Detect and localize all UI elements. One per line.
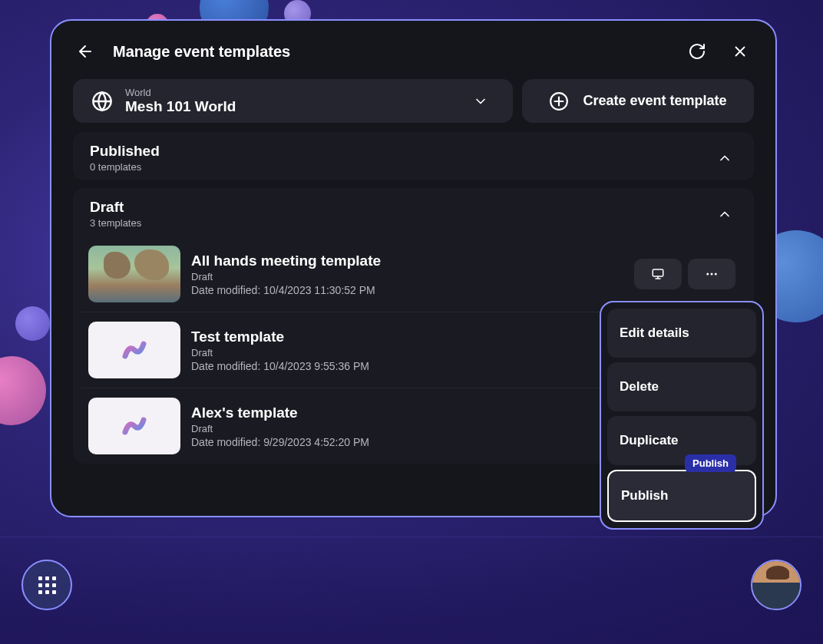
waffle-icon xyxy=(38,576,56,594)
published-section: Published 0 templates xyxy=(73,132,754,180)
manage-templates-modal: Manage event templates World Mesh 101 Wo… xyxy=(50,19,777,517)
plus-circle-icon xyxy=(549,91,569,111)
template-thumbnail xyxy=(88,322,180,378)
modal-title: Manage event templates xyxy=(113,43,686,61)
published-count: 0 templates xyxy=(90,161,717,173)
template-info: All hands meeting template Draft Date mo… xyxy=(191,253,634,296)
draft-title: Draft xyxy=(90,199,717,216)
svg-point-3 xyxy=(706,273,709,276)
menu-item-publish[interactable]: Publish Publish xyxy=(607,470,756,522)
section-text: Published 0 templates xyxy=(90,143,717,173)
mesh-logo-icon xyxy=(117,333,151,367)
template-date: Date modified: 10/4/2023 11:30:52 PM xyxy=(191,284,634,296)
monitor-icon xyxy=(651,267,665,281)
mesh-logo-icon xyxy=(117,409,151,443)
bg-decoration xyxy=(0,356,46,425)
more-icon xyxy=(705,267,719,281)
template-thumbnail xyxy=(88,398,180,454)
menu-item-edit-details[interactable]: Edit details xyxy=(607,309,756,358)
draft-section-header[interactable]: Draft 3 templates xyxy=(73,188,754,236)
template-actions xyxy=(634,259,735,289)
template-thumbnail xyxy=(88,246,180,302)
create-template-button[interactable]: Create event template xyxy=(522,79,754,123)
template-status: Draft xyxy=(191,271,634,282)
svg-point-5 xyxy=(715,273,717,276)
template-more-button[interactable] xyxy=(688,259,735,289)
top-controls-row: World Mesh 101 World Create event templa… xyxy=(73,79,754,123)
context-menu: Edit details Delete Duplicate Publish Pu… xyxy=(600,301,764,530)
chevron-up-icon xyxy=(717,206,732,222)
create-button-label: Create event template xyxy=(583,93,726,109)
refresh-button[interactable] xyxy=(686,41,708,62)
world-field-label: World xyxy=(125,87,473,98)
svg-rect-2 xyxy=(653,269,663,276)
chevron-up-icon xyxy=(717,150,732,166)
published-section-header[interactable]: Published 0 templates xyxy=(73,132,754,180)
chevron-down-icon xyxy=(473,94,488,109)
modal-header: Manage event templates xyxy=(73,39,754,79)
world-text-group: World Mesh 101 World xyxy=(125,87,473,115)
svg-point-4 xyxy=(711,273,713,276)
globe-icon xyxy=(90,89,114,114)
menu-item-delete[interactable]: Delete xyxy=(607,362,756,411)
back-button[interactable] xyxy=(73,39,98,64)
arrow-left-icon xyxy=(76,42,94,61)
world-selector[interactable]: World Mesh 101 World xyxy=(73,79,513,123)
publish-tooltip: Publish xyxy=(685,454,736,472)
bg-decoration xyxy=(15,306,50,341)
close-icon xyxy=(732,43,749,60)
avatar-icon xyxy=(752,561,800,609)
section-text: Draft 3 templates xyxy=(90,199,717,229)
header-actions xyxy=(686,41,751,62)
template-name: All hands meeting template xyxy=(191,253,634,269)
draft-count: 3 templates xyxy=(90,217,717,229)
template-customize-button[interactable] xyxy=(634,259,682,289)
refresh-icon xyxy=(688,42,706,61)
world-name: Mesh 101 World xyxy=(125,98,473,115)
close-button[interactable] xyxy=(729,41,751,62)
menu-item-label: Publish xyxy=(621,488,668,503)
app-menu-button[interactable] xyxy=(21,560,72,610)
published-title: Published xyxy=(90,143,717,160)
bg-decoration xyxy=(0,537,823,644)
avatar-button[interactable] xyxy=(751,560,802,610)
